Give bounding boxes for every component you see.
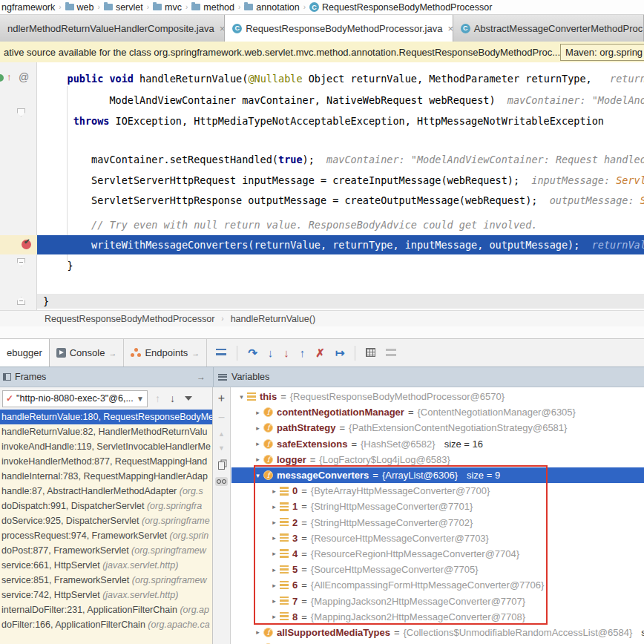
copy-icon[interactable] — [218, 461, 225, 470]
frame-row[interactable]: doFilter:166, ApplicationFilterChain (or… — [0, 617, 212, 632]
frame-row[interactable]: doService:925, DispatcherServlet (org.sp… — [0, 513, 212, 528]
move-down-icon[interactable]: ▼ — [218, 445, 225, 452]
breadcrumb-item[interactable]: CRequestResponseBodyMethodProcessor — [309, 2, 492, 13]
file-tab[interactable]: CAbstractMessageConverterMethodProc — [453, 15, 644, 42]
variable-row[interactable]: ▸fsafeExtensions={HashSet@6582}size = 16 — [231, 436, 644, 452]
add-icon[interactable]: + — [218, 392, 225, 404]
frame-up-icon[interactable]: ↑ — [155, 393, 160, 404]
evaluate-icon[interactable] — [366, 347, 375, 358]
step-over-icon[interactable]: ↷ — [248, 347, 257, 358]
variable-row[interactable]: ▸flogger={LogFactory$Log4jLog@6583} — [231, 452, 644, 467]
chevron-collapsed-icon[interactable]: ▸ — [252, 409, 263, 416]
frame-row[interactable]: handleReturnValue:82, HandlerMethodRetur… — [0, 424, 212, 439]
chevron-collapsed-icon[interactable]: ▸ — [269, 597, 280, 605]
run-to-cursor-icon[interactable]: ↦ — [335, 347, 345, 358]
frame-row[interactable]: handleInternal:783, RequestMappingHandle… — [0, 469, 212, 484]
variable-row[interactable]: ▾fmessageConverters={ArrayList@6306}size… — [231, 467, 644, 483]
chevron-collapsed-icon[interactable]: ▸ — [269, 613, 280, 620]
variables-menu-icon[interactable] — [218, 374, 227, 381]
frame-row[interactable]: doPost:877, FrameworkServlet (org.spring… — [0, 543, 212, 558]
frame-row[interactable]: service:851, FrameworkServlet (org.sprin… — [0, 573, 212, 588]
menu-icon[interactable] — [216, 347, 226, 358]
frames-pin-icon[interactable]: → — [197, 372, 206, 382]
chevron-collapsed-icon[interactable]: ▸ — [252, 628, 263, 636]
code-editor[interactable]: ↑ @ ✔ @Overridepublic void handleReturnV… — [0, 62, 644, 310]
fold-marker-icon[interactable] — [17, 108, 25, 116]
equals-sign: = — [280, 391, 286, 402]
breadcrumb-item[interactable]: servlet — [104, 2, 143, 13]
chevron-collapsed-icon[interactable]: ▸ — [269, 566, 280, 574]
fold-marker-icon[interactable] — [17, 297, 25, 305]
variable-row[interactable]: ▸3={ResourceHttpMessageConverter@7703} — [231, 530, 644, 546]
drop-frame-icon[interactable]: ✗ — [315, 347, 325, 358]
layout-icon[interactable] — [386, 347, 396, 358]
chevron-collapsed-icon[interactable]: ▸ — [252, 440, 263, 447]
chevron-collapsed-icon[interactable]: ▸ — [269, 503, 280, 510]
chevron-collapsed-icon[interactable]: ▸ — [269, 519, 280, 526]
variable-row[interactable]: ▸8={MappingJackson2HttpMessageConverter@… — [231, 609, 644, 625]
move-up-icon[interactable]: ▲ — [218, 431, 225, 438]
variable-row[interactable]: ▸fpathStrategy={PathExtensionContentNego… — [231, 420, 644, 436]
filter-icon[interactable] — [185, 396, 192, 401]
variable-row[interactable]: ▸6={AllEncompassingFormHttpMessageConver… — [231, 577, 644, 593]
frame-row[interactable]: internalDoFilter:231, ApplicationFilterC… — [0, 602, 212, 617]
breadcrumb-item[interactable]: web — [65, 2, 94, 13]
inline-debug-hint: returnVa — [592, 73, 644, 85]
maven-library-button[interactable]: Maven: org.spring — [560, 44, 644, 61]
chevron-expanded-icon[interactable]: ▾ — [236, 393, 247, 401]
code-token: mavContainer.setRequestHandled( — [91, 154, 278, 165]
frame-row[interactable]: invokeAndHandle:119, ServletInvocableHan… — [0, 439, 212, 454]
chevron-expanded-icon[interactable]: ▾ — [252, 472, 263, 479]
frame-down-icon[interactable]: ↓ — [170, 393, 175, 404]
variable-row[interactable]: ▾this={RequestResponseBodyMethodProcesso… — [231, 389, 644, 404]
editor-breadcrumb-item[interactable]: handleReturnValue() — [231, 314, 315, 324]
frame-row[interactable]: doDispatch:991, DispatcherServlet (org.s… — [0, 499, 212, 513]
frame-row[interactable]: handleReturnValue:180, RequestResponseBo… — [0, 410, 212, 424]
chevron-collapsed-icon[interactable]: ▸ — [269, 550, 280, 557]
variable-row[interactable]: ▸fcontentNegotiationManager={ContentNego… — [231, 404, 644, 420]
frame-row[interactable]: invokeHandlerMethod:877, RequestMappingH… — [0, 454, 212, 469]
frame-row[interactable]: service:661, HttpServlet (javax.servlet.… — [0, 558, 212, 573]
chevron-collapsed-icon[interactable]: ▸ — [252, 456, 263, 463]
close-icon[interactable]: × — [220, 23, 225, 34]
folder-icon — [153, 4, 162, 10]
breadcrumb-item[interactable]: mvc — [153, 2, 182, 13]
close-icon[interactable]: × — [447, 23, 453, 34]
breadcrumb-item[interactable]: annotation — [244, 2, 299, 13]
override-marker[interactable]: ↑ @ — [0, 72, 37, 84]
fold-marker-icon[interactable] — [17, 258, 25, 266]
remove-icon[interactable]: − — [218, 412, 225, 424]
chevron-collapsed-icon[interactable]: ▸ — [269, 582, 280, 589]
variable-value: {ResourceRegionHttpMessageConverter@7704… — [311, 548, 519, 559]
variable-row[interactable]: ▸0={ByteArrayHttpMessageConverter@7700} — [231, 483, 644, 499]
watches-icon[interactable] — [215, 477, 228, 486]
debugger-tab-ebugger[interactable]: ebugger — [0, 339, 50, 367]
code-token: Object returnValue, MethodParameter retu… — [303, 73, 592, 85]
variable-row[interactable]: ▸7={MappingJackson2HttpMessageConverter@… — [231, 593, 644, 608]
chevron-collapsed-icon[interactable]: ▸ — [269, 534, 280, 542]
force-step-into-icon[interactable]: ↓ — [283, 347, 289, 358]
variable-row[interactable]: ▸fallSupportedMediaTypes={Collections$Un… — [231, 625, 644, 640]
step-out-icon[interactable]: ↑ — [300, 347, 306, 358]
step-into-icon[interactable]: ↓ — [268, 347, 274, 358]
debugger-tab-endpoints[interactable]: Endpoints→ — [124, 339, 207, 367]
frame-row[interactable]: processRequest:974, FrameworkServlet (or… — [0, 528, 212, 543]
frame-row[interactable]: handle:87, AbstractHandlerMethodAdapter … — [0, 484, 212, 499]
editor-breadcrumb-item[interactable]: RequestResponseBodyMethodProcessor — [45, 314, 214, 324]
variables-panel-title: Variables — [231, 372, 269, 382]
chevron-collapsed-icon[interactable]: ▸ — [252, 424, 263, 432]
breadcrumb-item[interactable]: ngframework — [1, 2, 55, 13]
variable-row[interactable]: ▸fadvice={RequestResponseBodyAdviceChain… — [231, 640, 644, 644]
variable-row[interactable]: ▸4={ResourceRegionHttpMessageConverter@7… — [231, 546, 644, 562]
variable-value: {ArrayList@6306} — [382, 470, 458, 481]
variable-row[interactable]: ▸1={StringHttpMessageConverter@7701} — [231, 499, 644, 514]
thread-selector[interactable]: ✓ "http-nio-8080-exec-3"@6,... ▼ — [2, 390, 148, 407]
frame-row[interactable]: service:742, HttpServlet (javax.servlet.… — [0, 588, 212, 602]
file-tab[interactable]: ndlerMethodReturnValueHandlerComposite.j… — [0, 15, 225, 42]
debugger-tab-console[interactable]: Console→ — [50, 339, 125, 367]
chevron-collapsed-icon[interactable]: ▸ — [269, 487, 280, 495]
file-tab[interactable]: CRequestResponseBodyMethodProcessor.java… — [225, 15, 453, 42]
variable-row[interactable]: ▸5={SourceHttpMessageConverter@7705} — [231, 562, 644, 577]
breadcrumb-item[interactable]: method — [191, 2, 234, 13]
variable-row[interactable]: ▸2={StringHttpMessageConverter@7702} — [231, 515, 644, 530]
